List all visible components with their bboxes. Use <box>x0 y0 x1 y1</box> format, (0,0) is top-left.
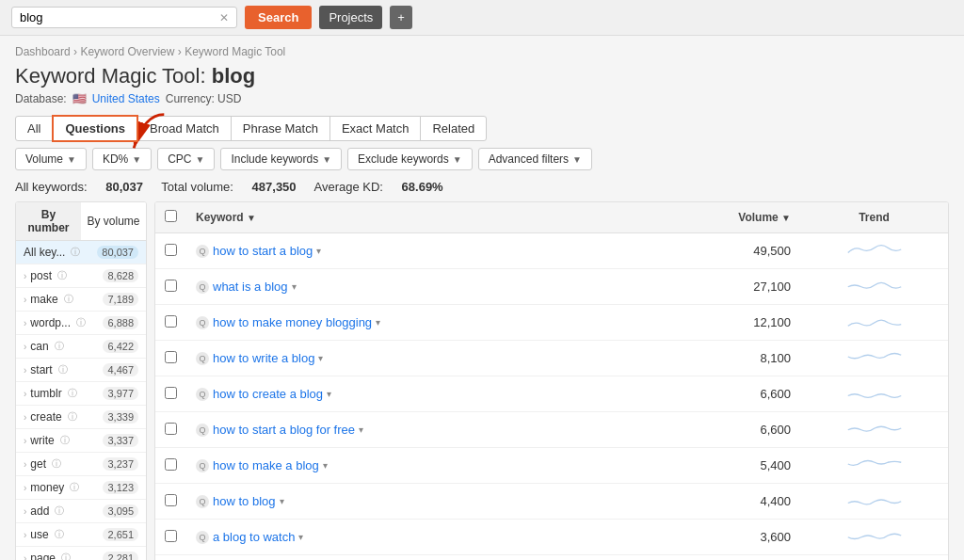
sidebar-item[interactable]: › get ⓘ 3,237 <box>16 453 146 476</box>
sidebar-item[interactable]: › wordp... ⓘ 6,888 <box>16 312 146 335</box>
info-icon: ⓘ <box>76 316 86 329</box>
info-icon: ⓘ <box>52 457 61 471</box>
row-checkbox-cell <box>155 233 186 269</box>
sidebar-item-count: 2,651 <box>103 528 138 541</box>
keyword-cell: Q a blog to watch ▾ <box>186 520 660 555</box>
sidebar-item[interactable]: › can ⓘ 6,422 <box>16 335 146 359</box>
keyword-link[interactable]: Q how to create a blog ▾ <box>196 387 651 401</box>
breadcrumb-keyword-overview[interactable]: Keyword Overview <box>80 45 174 58</box>
add-project-button[interactable]: + <box>390 6 412 29</box>
sidebar-item[interactable]: › post ⓘ 8,628 <box>16 264 146 288</box>
country-link[interactable]: United States <box>92 92 160 105</box>
row-checkbox[interactable] <box>165 494 177 506</box>
expand-icon: › <box>24 506 26 517</box>
keyword-expand-icon: ▾ <box>376 317 380 328</box>
keyword-expand-icon: ▾ <box>292 281 297 292</box>
th-volume[interactable]: Volume ▼ <box>660 202 800 233</box>
keyword-cell: Q how to write a blog ▾ <box>186 341 660 376</box>
expand-icon: › <box>24 553 26 561</box>
tab-broad-match[interactable]: Broad Match <box>137 116 232 141</box>
filters-row: Volume ▼ KD% ▼ CPC ▼ Include keywords ▼ … <box>15 148 949 170</box>
tab-exact-match[interactable]: Exact Match <box>329 116 422 141</box>
sidebar-item[interactable]: › money ⓘ 3,123 <box>16 476 146 500</box>
sidebar-item[interactable]: › make ⓘ 7,189 <box>16 288 146 312</box>
tab-all[interactable]: All <box>15 116 53 141</box>
keyword-link[interactable]: Q how to blog ▾ <box>196 494 651 508</box>
row-checkbox[interactable] <box>165 351 177 363</box>
keyword-link[interactable]: Q how to make a blog ▾ <box>196 458 651 472</box>
trend-cell <box>800 233 948 269</box>
th-keyword[interactable]: Keyword ▼ <box>186 202 660 233</box>
tab-phrase-match[interactable]: Phrase Match <box>231 116 330 141</box>
volume-cell: 6,600 <box>660 412 800 448</box>
keyword-link[interactable]: Q what is a blog ▾ <box>196 280 651 294</box>
sidebar: By number By volume All key... ⓘ 80,037 … <box>15 201 147 560</box>
filter-volume[interactable]: Volume ▼ <box>15 148 87 170</box>
breadcrumb-dashboard[interactable]: Dashboard <box>15 45 71 58</box>
projects-button[interactable]: Projects <box>319 6 382 29</box>
table-row: Q how to blog ▾ 4,400 <box>155 484 948 520</box>
trend-sparkline <box>846 312 903 330</box>
sidebar-tab-by-number[interactable]: By number <box>16 202 81 240</box>
sidebar-item-label: page <box>30 552 56 560</box>
sidebar-item[interactable]: › page ⓘ 2,281 <box>16 547 146 560</box>
search-input[interactable] <box>20 10 216 24</box>
sidebar-item-count: 3,339 <box>103 410 138 424</box>
filter-kd[interactable]: KD% ▼ <box>92 148 152 170</box>
sidebar-item-count: 4,467 <box>103 363 138 376</box>
keyword-expand-icon: ▾ <box>323 460 328 471</box>
table-row: Q how to start a blog and make money ▾ 2… <box>155 555 948 561</box>
keyword-expand-icon: ▾ <box>280 496 284 506</box>
trend-sparkline <box>846 455 903 473</box>
select-all-checkbox[interactable] <box>165 210 177 222</box>
keyword-link[interactable]: Q how to write a blog ▾ <box>196 351 651 365</box>
sidebar-item[interactable]: › tumblr ⓘ 3,977 <box>16 382 146 406</box>
table-row: Q how to start a blog ▾ 49,500 <box>155 233 948 269</box>
sidebar-item[interactable]: › create ⓘ 3,339 <box>16 406 146 429</box>
sidebar-item-label: money <box>30 481 64 494</box>
keyword-link[interactable]: Q a blog to watch ▾ <box>196 530 651 544</box>
row-checkbox[interactable] <box>165 423 177 435</box>
clear-search-button[interactable]: ✕ <box>219 11 229 24</box>
sidebar-tab-by-volume[interactable]: By volume <box>81 202 146 240</box>
trend-cell <box>800 376 948 412</box>
sidebar-item[interactable]: › write ⓘ 3,337 <box>16 429 146 453</box>
tab-related[interactable]: Related <box>420 116 487 141</box>
row-checkbox[interactable] <box>165 280 177 292</box>
row-checkbox[interactable] <box>165 244 177 256</box>
sidebar-item[interactable]: › add ⓘ 3,095 <box>16 500 146 523</box>
keyword-link[interactable]: Q how to start a blog ▾ <box>196 244 651 258</box>
sidebar-item-label: add <box>30 504 49 518</box>
tab-questions[interactable]: Questions <box>52 115 138 142</box>
keyword-icon: Q <box>196 459 209 472</box>
sidebar-list: All key... ⓘ 80,037 › post ⓘ 8,628 › mak… <box>16 241 146 560</box>
keyword-link[interactable]: Q how to make money blogging ▾ <box>196 315 651 329</box>
row-checkbox[interactable] <box>165 530 177 542</box>
breadcrumb-current: Keyword Magic Tool <box>185 45 285 58</box>
sidebar-item[interactable]: › start ⓘ 4,467 <box>16 359 146 382</box>
filter-cpc[interactable]: CPC ▼ <box>157 148 215 170</box>
volume-cell: 4,400 <box>660 484 800 520</box>
keyword-cell: Q how to make money blogging ▾ <box>186 305 660 341</box>
filter-exclude-keywords[interactable]: Exclude keywords ▼ <box>347 148 473 170</box>
country-flag: 🇺🇸 <box>72 92 87 105</box>
trend-cell <box>800 484 948 520</box>
row-checkbox[interactable] <box>165 387 177 399</box>
sidebar-item-label: All key... <box>24 246 65 259</box>
filter-advanced[interactable]: Advanced filters ▼ <box>478 148 592 170</box>
search-button[interactable]: Search <box>245 6 312 29</box>
keyword-cell: Q what is a blog ▾ <box>186 269 660 305</box>
trend-sparkline <box>846 526 903 545</box>
keyword-table-wrap: Keyword ▼ Volume ▼ Trend <box>154 201 949 560</box>
meta-row: Database: 🇺🇸 United States Currency: USD <box>15 92 949 105</box>
row-checkbox[interactable] <box>165 458 177 471</box>
filter-include-keywords[interactable]: Include keywords ▼ <box>220 148 342 170</box>
keyword-link[interactable]: Q how to start a blog for free ▾ <box>196 423 651 437</box>
keyword-expand-icon: ▾ <box>298 532 303 542</box>
sidebar-item-label: tumblr <box>30 387 61 400</box>
row-checkbox[interactable] <box>165 315 177 328</box>
info-icon: ⓘ <box>55 340 64 353</box>
sidebar-item[interactable]: › use ⓘ 2,651 <box>16 523 146 547</box>
row-checkbox-cell <box>155 448 186 484</box>
sidebar-item[interactable]: All key... ⓘ 80,037 <box>16 241 146 264</box>
